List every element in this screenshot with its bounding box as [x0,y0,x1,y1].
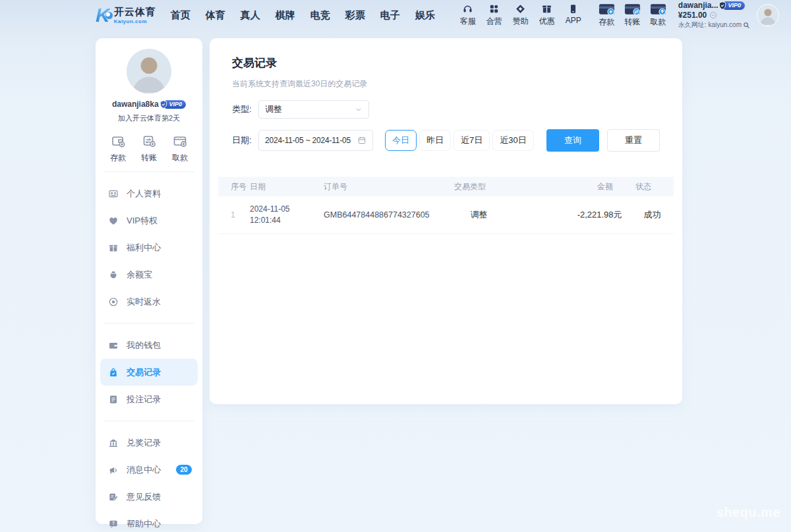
promotions-link[interactable]: 优惠 [539,3,555,27]
megaphone-icon [108,465,119,475]
col-index: 序号 [218,181,250,192]
sidebar-item-welfare[interactable]: 福利中心 [96,234,202,261]
sidebar-deposit-button[interactable]: 存款 [110,133,126,163]
brand-logo[interactable]: K 开云体育 Kaiyun.com [96,5,156,25]
sidebar-item-rebate[interactable]: 实时返水 [96,288,202,315]
wallet-icon [108,340,119,351]
headset-icon [462,3,473,15]
page-title: 交易记录 [232,55,660,71]
cell-date: 2024-11-05 12:01:44 [250,204,324,226]
gift-icon [108,243,119,253]
range-today-button[interactable]: 今日 [385,130,417,151]
withdraw-button[interactable]: 取款 [650,3,666,28]
header-username: dawanjia... [678,1,718,10]
heart-shield-icon [108,216,119,226]
sidebar-item-prizes[interactable]: 兑奖记录 [96,429,202,456]
deposit-wallet-icon [110,133,126,149]
sidebar-item-wallet[interactable]: 我的钱包 [96,332,202,359]
join-days-text: 加入开云体育第2天 [96,113,202,123]
header-quick-links: 客服 合营 赞助 优惠 APP [460,3,581,27]
header-avatar[interactable] [757,4,779,26]
range-yesterday-button[interactable]: 昨日 [419,130,451,151]
vip-badge: VIP0 [722,1,746,10]
sidebar-item-messages[interactable]: 消息中心 20 [96,456,202,483]
nav-item-sports[interactable]: 体育 [206,9,225,22]
range-30days-button[interactable]: 近30日 [492,130,533,151]
sponsor-link[interactable]: 赞助 [513,3,529,27]
quick-range-group: 今日 昨日 近7日 近30日 [385,130,534,151]
app-download-link[interactable]: APP [566,3,581,27]
logo-k-icon: K [96,5,110,25]
transactions-table: 序号 日期 订单号 交易类型 金额 状态 1 2024-11-05 12:01:… [218,177,674,234]
type-filter-row: 类型: 调整 [232,100,660,119]
col-date: 日期 [250,181,324,192]
withdraw-card-icon [172,133,188,149]
page-subtitle: 当前系统支持查询最近30日的交易记录 [232,78,660,90]
sidebar-item-help[interactable]: ? 帮助中心 [96,510,202,532]
search-icon[interactable] [743,22,750,29]
transfer-card-icon [624,3,641,16]
transaction-bag-icon [108,367,119,378]
col-status: 状态 [613,181,674,192]
cell-status: 成功 [622,209,683,221]
brand-domain: Kaiyun.com [114,18,156,24]
date-range-input[interactable]: 2024-11-05 ~ 2024-11-05 [258,130,373,151]
sidebar-item-bets[interactable]: 投注记录 [96,386,202,413]
reset-button[interactable]: 重置 [607,129,660,152]
range-7days-button[interactable]: 近7日 [454,130,490,151]
sidebar-item-transactions[interactable]: 交易记录 [100,359,198,386]
nav-item-lottery[interactable]: 彩票 [345,9,365,22]
date-filter-row: 日期: 2024-11-05 ~ 2024-11-05 今日 昨日 近7日 近3… [232,129,660,152]
bet-record-icon [108,394,119,405]
prize-bank-icon [108,438,119,448]
sidebar-item-vip[interactable]: VIP特权 [96,207,202,234]
table-header-row: 序号 日期 订单号 交易类型 金额 状态 [218,177,674,196]
grid-icon [488,3,500,15]
partnership-link[interactable]: 合营 [486,3,502,27]
rebate-circle-icon [108,297,119,307]
sidebar-item-yuebao[interactable]: 余额宝 [96,261,202,288]
profile-avatar[interactable] [127,49,171,94]
nav-item-slots[interactable]: 电子 [380,9,400,22]
transfer-button[interactable]: 转账 [624,3,641,28]
divider [103,421,194,421]
transfer-exchange-icon [141,133,157,149]
date-label: 日期: [232,134,258,146]
profile-vip-badge[interactable]: VIP0 [163,100,187,109]
balance-amount: ¥251.00 [678,11,707,20]
deposit-button[interactable]: 存款 [599,3,615,28]
nav-item-esports[interactable]: 电竞 [310,9,330,22]
top-header: K 开云体育 Kaiyun.com 首页 体育 真人 棋牌 电竞 彩票 电子 娱… [0,0,791,30]
customer-service-link[interactable]: 客服 [460,3,476,27]
nav-item-home[interactable]: 首页 [171,9,190,22]
divider [103,171,194,172]
phone-icon [568,3,579,15]
divider [103,323,194,324]
sidebar-transfer-button[interactable]: 转账 [141,133,157,163]
permanent-url-label: 永久网址: kaiyun.com [678,20,742,30]
cell-order-number: GMB6447844886774327605 [324,210,430,220]
nav-item-live[interactable]: 真人 [241,9,260,22]
message-count-badge: 20 [176,465,192,475]
balance-dropdown-icon[interactable] [709,11,717,19]
type-select[interactable]: 调整 [258,100,369,119]
chevron-down-icon [355,105,363,113]
profile-username: dawanjia8ka [112,100,159,109]
nav-item-entertainment[interactable]: 娱乐 [415,9,435,22]
col-amount: 金额 [519,181,613,192]
sidebar-quick-actions: 存款 转账 取款 [96,133,202,163]
filter-actions: 查询 重置 [546,129,660,152]
diamond-icon [515,3,526,15]
cell-index: 1 [218,210,250,220]
sidebar-item-feedback[interactable]: 意见反馈 [96,483,202,510]
type-select-value: 调整 [265,103,355,115]
withdraw-card-icon [650,3,666,16]
nav-item-chess[interactable]: 棋牌 [276,9,295,22]
gift-icon [541,3,552,15]
logo-text: 开云体育 Kaiyun.com [114,6,156,24]
query-button[interactable]: 查询 [546,129,599,152]
sidebar-item-profile[interactable]: 个人资料 [96,180,202,207]
sidebar-withdraw-button[interactable]: 取款 [172,133,188,163]
help-bubble-icon: ? [108,519,119,529]
col-type: 交易类型 [421,181,519,192]
